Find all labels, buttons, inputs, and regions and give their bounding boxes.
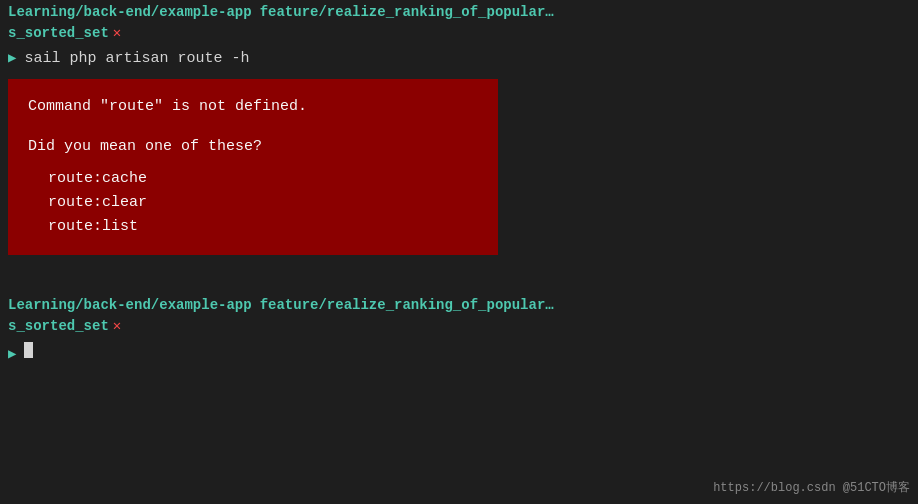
prompt-arrow-1: ▶ — [8, 49, 16, 66]
error-suggestion-1: route:cache — [28, 167, 478, 191]
command-text-1: sail php artisan route -h — [24, 50, 249, 67]
prompt-subline-2: s_sorted_set ✕ — [0, 317, 918, 338]
prompt-suffix-1: s_sorted_set — [8, 25, 109, 41]
prompt-x-1: ✕ — [113, 24, 121, 41]
prompt-branch-1: feature/realize_ranking_of_popular… — [260, 4, 554, 20]
error-suggestions: route:cache route:clear route:list — [28, 167, 478, 239]
error-suggestion-2: route:clear — [28, 191, 478, 215]
error-suggestion-3: route:list — [28, 215, 478, 239]
cursor — [24, 342, 33, 358]
terminal: Learning/back-end/example-app feature/re… — [0, 0, 918, 504]
command-line-1: ▶ sail php artisan route -h — [0, 45, 918, 71]
watermark: https://blog.csdn @51CTO博客 — [713, 479, 910, 496]
prompt-line-2: Learning/back-end/example-app feature/re… — [0, 293, 918, 317]
prompt-arrow-2: ▶ — [8, 345, 16, 362]
prompt-suffix-2: s_sorted_set — [8, 318, 109, 334]
prompt-x-2: ✕ — [113, 317, 121, 334]
cursor-line: ▶ — [0, 338, 918, 366]
error-box: Command "route" is not defined. Did you … — [8, 79, 498, 255]
prompt-path-2: Learning/back-end/example-app — [8, 297, 252, 313]
error-title: Command "route" is not defined. — [28, 95, 478, 119]
prompt-branch-2: feature/realize_ranking_of_popular… — [260, 297, 554, 313]
prompt-subline-1: s_sorted_set ✕ — [0, 24, 918, 45]
prompt-path-1: Learning/back-end/example-app — [8, 4, 252, 20]
prompt-line-1: Learning/back-end/example-app feature/re… — [0, 0, 918, 24]
error-question: Did you mean one of these? — [28, 135, 478, 159]
